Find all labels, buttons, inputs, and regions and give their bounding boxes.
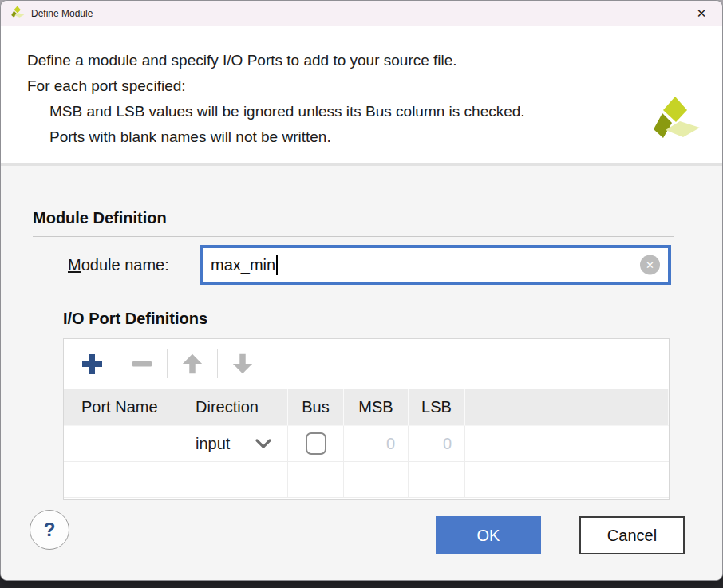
description-line-3: MSB and LSB values will be ignored unles… bbox=[49, 99, 525, 124]
port-row-1: input 0 0 bbox=[64, 426, 669, 462]
io-port-toolbar bbox=[64, 339, 669, 389]
dialog-body: Module Definition Module name: max_min ✕… bbox=[1, 169, 722, 580]
port-name-cell[interactable] bbox=[64, 426, 184, 461]
description-section: Define a module and specify I/O Ports to… bbox=[1, 26, 722, 166]
vivado-logo bbox=[650, 95, 702, 152]
row-spacer-cell bbox=[465, 462, 669, 497]
module-name-input[interactable]: max_min ✕ bbox=[200, 245, 671, 285]
row-spacer-cell bbox=[465, 426, 669, 461]
help-button[interactable]: ? bbox=[30, 510, 69, 550]
column-header-direction: Direction bbox=[184, 389, 288, 425]
direction-select[interactable]: input bbox=[184, 426, 288, 461]
description-text: Define a module and specify I/O Ports to… bbox=[27, 48, 525, 150]
module-definition-title: Module Definition bbox=[33, 209, 167, 227]
column-header-spacer bbox=[465, 389, 669, 425]
lsb-cell[interactable] bbox=[409, 462, 465, 497]
column-header-msb: MSB bbox=[344, 389, 409, 425]
toolbar-separator bbox=[217, 349, 218, 378]
description-line-2: For each port specified: bbox=[27, 73, 525, 99]
add-icon bbox=[80, 352, 104, 376]
text-caret bbox=[276, 255, 278, 275]
clear-input-button[interactable]: ✕ bbox=[640, 255, 660, 275]
toolbar-separator bbox=[167, 349, 168, 378]
direction-value: input bbox=[184, 435, 230, 453]
column-header-bus: Bus bbox=[288, 389, 344, 425]
toolbar-separator bbox=[117, 349, 117, 378]
msb-cell[interactable]: 0 bbox=[344, 426, 409, 461]
module-name-label-rest: odule name: bbox=[81, 256, 169, 274]
lsb-cell[interactable]: 0 bbox=[409, 426, 465, 461]
define-module-dialog: Define Module ✕ Define a module and spec… bbox=[0, 0, 723, 581]
section-divider bbox=[33, 236, 674, 237]
move-down-button[interactable] bbox=[229, 350, 256, 377]
ok-button[interactable]: OK bbox=[436, 516, 541, 554]
column-header-lsb: LSB bbox=[409, 389, 465, 425]
add-port-button[interactable] bbox=[78, 350, 105, 377]
description-line-4: Ports with blank names will not be writt… bbox=[49, 124, 525, 150]
lsb-value: 0 bbox=[443, 435, 452, 453]
remove-icon bbox=[130, 352, 154, 376]
help-icon: ? bbox=[44, 519, 56, 541]
clear-icon: ✕ bbox=[646, 259, 654, 271]
io-port-definitions-title: I/O Port Definitions bbox=[63, 310, 207, 328]
column-header-port-name: Port Name bbox=[64, 389, 184, 425]
direction-cell[interactable] bbox=[184, 462, 288, 497]
module-name-label-mnemonic: M bbox=[68, 256, 81, 274]
title-bar[interactable]: Define Module ✕ bbox=[1, 1, 722, 26]
remove-port-button[interactable] bbox=[128, 350, 156, 377]
msb-value: 0 bbox=[386, 435, 395, 453]
table-header-row: Port Name Direction Bus MSB LSB bbox=[64, 389, 669, 426]
description-line-1: Define a module and specify I/O Ports to… bbox=[27, 48, 525, 73]
msb-cell[interactable] bbox=[344, 462, 409, 497]
bus-cell[interactable] bbox=[288, 462, 344, 497]
move-down-icon bbox=[231, 353, 254, 375]
window-title: Define Module bbox=[31, 8, 93, 19]
module-name-label: Module name: bbox=[68, 245, 169, 285]
move-up-icon bbox=[181, 353, 203, 375]
port-name-cell[interactable] bbox=[64, 462, 184, 497]
chevron-down-icon bbox=[255, 439, 271, 448]
bus-checkbox[interactable] bbox=[306, 432, 326, 455]
vivado-logo-icon bbox=[10, 6, 25, 22]
module-name-value: max_min bbox=[211, 256, 275, 274]
move-up-button[interactable] bbox=[179, 350, 206, 377]
close-icon: ✕ bbox=[697, 6, 707, 21]
port-row-2 bbox=[64, 462, 669, 498]
close-button[interactable]: ✕ bbox=[684, 1, 719, 26]
cancel-button[interactable]: Cancel bbox=[579, 516, 685, 554]
io-port-table-panel: Port Name Direction Bus MSB LSB input bbox=[63, 338, 670, 500]
bus-cell bbox=[288, 426, 344, 461]
